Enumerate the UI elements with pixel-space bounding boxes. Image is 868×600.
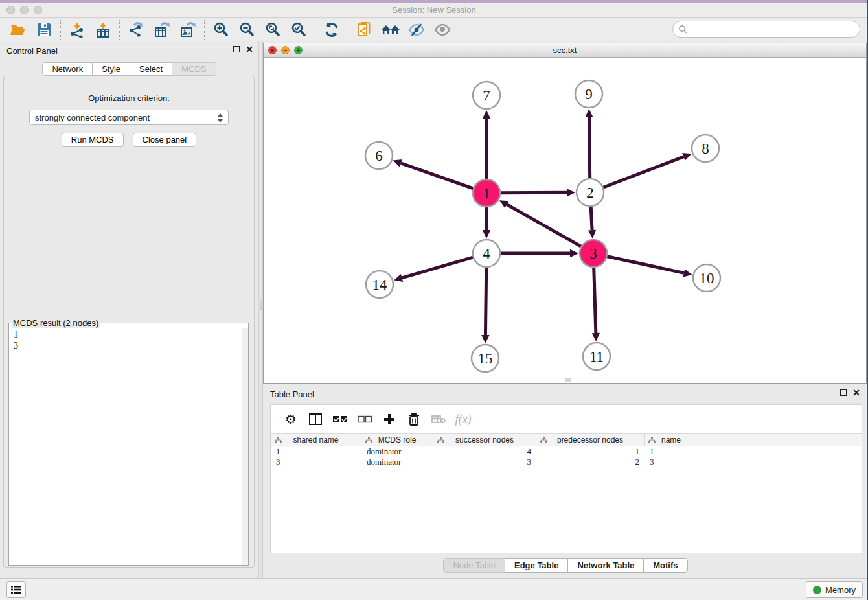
column-header-successor-nodes[interactable]: successor nodes [433,434,536,446]
canvas-resize-handle[interactable] [565,378,571,382]
mcds-result-textarea[interactable]: 1 3 [9,328,248,565]
run-mcds-button[interactable]: Run MCDS [62,133,124,147]
edge-2-8[interactable] [603,157,684,188]
export-network-button[interactable] [123,19,149,40]
memory-button[interactable]: Memory [806,581,863,598]
add-row-button[interactable] [377,409,402,430]
table-clear-icon [431,415,446,424]
delete-row-button[interactable] [402,409,426,430]
tab-style[interactable]: Style [93,62,130,76]
import-table-button[interactable] [90,19,116,40]
table-cell[interactable]: 3 [271,457,361,467]
select-all-columns-button[interactable] [328,409,352,430]
arrowhead-icon [567,189,575,196]
zoom-out-button[interactable] [234,19,260,40]
export-image-icon [179,21,196,38]
search-box[interactable] [672,21,860,38]
tab-network[interactable]: Network [42,62,93,76]
import-network-button[interactable] [64,19,90,40]
unchecked-boxes-icon [358,415,372,423]
table-cell[interactable]: dominator [361,446,433,457]
column-header-shared-name[interactable]: shared name [271,434,361,446]
network-minimize-icon[interactable]: − [281,46,290,54]
zoom-in-button[interactable] [208,19,234,40]
deselect-all-columns-button[interactable] [352,409,377,430]
window-title: Session: New Session [0,3,868,17]
edge-4-15[interactable] [485,267,486,335]
close-panel-icon[interactable]: ✕ [246,45,253,53]
splitter-handle[interactable] [260,301,262,310]
hide-panels-button[interactable] [404,19,429,40]
column-header-name[interactable]: name [645,434,698,446]
close-table-panel-icon[interactable]: ✕ [852,389,860,397]
table-panel: Table Panel ✕ ⚙ [263,384,868,578]
column-header-predecessor-nodes[interactable]: predecessor nodes [536,434,645,446]
network-window-titlebar[interactable]: x − + scc.txt [264,43,866,58]
node-table-container: ⚙ [270,404,862,553]
float-table-panel-icon[interactable] [840,389,847,396]
function-builder-button[interactable]: f(x) [451,409,475,430]
network-canvas[interactable]: 1234678910111415 [264,58,866,383]
vertical-splitter[interactable] [258,41,263,578]
table-settings-button[interactable]: ⚙ [279,409,303,430]
table-cell[interactable]: dominator [361,457,433,467]
control-panel-tabs: NetworkStyleSelectMCDS [0,62,258,76]
network-close-icon[interactable]: x [268,46,277,54]
table-cell[interactable]: 4 [433,446,536,457]
edge-2-9[interactable] [589,117,589,179]
edge-3-11[interactable] [594,267,596,333]
tab-mcds[interactable]: MCDS [172,62,216,76]
zoom-window-icon[interactable] [34,6,42,14]
search-input[interactable] [690,23,860,36]
zoom-fit-button[interactable] [260,19,286,40]
tab-edge-table[interactable]: Edge Table [505,558,568,573]
table-cell[interactable]: 3 [433,457,536,467]
tab-node-table[interactable]: Node Table [443,558,505,573]
float-panel-icon[interactable] [233,46,240,52]
table-cell[interactable]: 2 [536,457,645,467]
column-header-mcds-role[interactable]: MCDS role [361,434,433,446]
duplicate-network-button[interactable] [352,19,378,40]
memory-status-icon [813,586,821,594]
minimize-window-icon[interactable] [20,6,29,14]
split-view-button[interactable] [303,409,328,430]
result-scrollbar[interactable] [242,328,248,565]
tab-network-table[interactable]: Network Table [568,558,644,573]
zoom-selected-button[interactable] [286,19,312,40]
table-row[interactable]: 3dominator323 [271,457,862,467]
open-session-button[interactable] [5,19,31,40]
network-maximize-icon[interactable]: + [294,46,303,54]
gear-icon: ⚙ [285,411,297,427]
edge-1-2[interactable] [500,192,567,193]
mcds-panel: Optimization criterion: strongly connect… [3,76,255,568]
tab-motifs[interactable]: Motifs [644,558,687,573]
export-image-button[interactable] [175,19,201,40]
close-window-icon[interactable] [6,6,15,14]
trash-icon [408,413,420,426]
export-table-button[interactable] [149,19,175,40]
criterion-select[interactable]: strongly connected component [29,110,229,125]
edge-2-3[interactable] [591,206,592,230]
show-panels-button[interactable] [429,19,455,40]
table-cell[interactable]: 1 [645,446,698,457]
edge-4-14[interactable] [402,257,474,278]
edge-1-6[interactable] [401,163,474,189]
task-history-button[interactable] [6,581,26,598]
table-row[interactable]: 1dominator411 [271,446,862,457]
zoom-fit-icon [264,21,281,38]
table-cell[interactable]: 3 [645,457,698,467]
criterion-select-value: strongly connected component [35,113,150,122]
clear-table-button[interactable] [426,409,451,430]
toolbar-separator [348,20,348,40]
checked-boxes-icon [333,415,347,423]
close-panel-button[interactable]: Close panel [133,133,197,147]
table-cell[interactable]: 1 [271,446,361,457]
home-button[interactable] [378,19,404,40]
refresh-button[interactable] [319,19,345,40]
save-session-button[interactable] [31,19,57,40]
edge-3-1[interactable] [507,205,581,247]
tab-select[interactable]: Select [130,62,172,76]
eye-icon [433,22,451,38]
table-cell[interactable]: 1 [536,446,645,457]
edge-3-10[interactable] [607,256,684,273]
